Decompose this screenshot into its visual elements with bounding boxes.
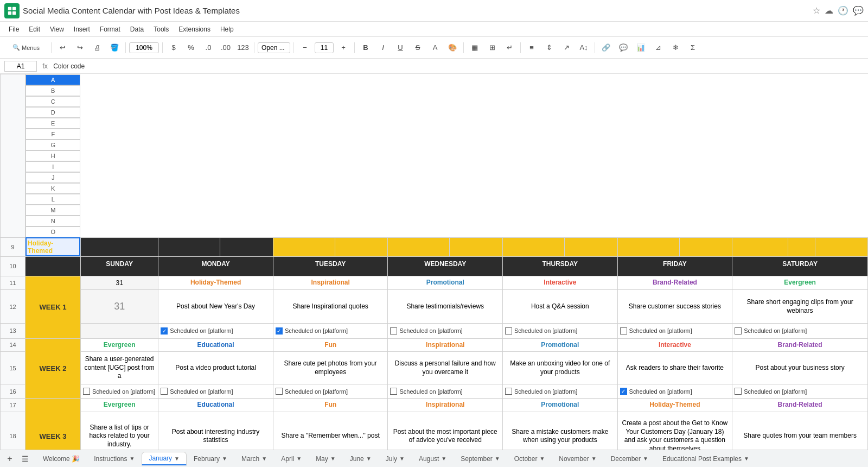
week1-tue-content[interactable]: Share Inspirational quotes: [273, 290, 388, 324]
week3-sat-cat[interactable]: Brand-Related: [732, 399, 868, 412]
cell-L9[interactable]: [679, 237, 732, 256]
week3-thu-content[interactable]: Share a mistake customers make when usin…: [503, 412, 618, 450]
week1-wed-cb[interactable]: [390, 327, 397, 335]
menu-help[interactable]: Help: [216, 24, 238, 34]
week1-thu-sched[interactable]: Scheduled on [platform]: [503, 324, 618, 338]
week2-wed-content[interactable]: Discuss a personal failure and how you o…: [388, 352, 503, 384]
cell-N9[interactable]: [788, 237, 815, 256]
week2-tue-cb[interactable]: [276, 388, 283, 395]
search-menus-btn[interactable]: 🔍 Menus: [4, 41, 48, 55]
week2-mon-sched[interactable]: Scheduled on [platform]: [158, 384, 273, 399]
tab-may[interactable]: May ▼: [309, 452, 343, 465]
print-btn[interactable]: 🖨: [90, 41, 105, 55]
week2-fri-content[interactable]: Ask readers to share their favorite: [617, 352, 732, 384]
sheet-menu-btn[interactable]: ☰: [18, 452, 31, 465]
week3-wed-content[interactable]: Post about the most important piece of a…: [388, 412, 503, 450]
tab-controls[interactable]: + ☰: [3, 452, 31, 465]
star-icon[interactable]: ☆: [813, 5, 820, 16]
align-btn[interactable]: ≡: [524, 41, 539, 55]
week1-tue-sched[interactable]: ✓ Scheduled on [platform]: [273, 324, 388, 338]
valign-btn[interactable]: ⇕: [541, 41, 557, 55]
tab-educational-post-examples[interactable]: Educational Post Examples ▼: [655, 452, 756, 465]
filter-btn[interactable]: ⊿: [650, 41, 666, 55]
week1-sun-day[interactable]: 31: [80, 290, 158, 324]
undo-btn[interactable]: ↩: [55, 41, 70, 55]
week1-wed-sched[interactable]: Scheduled on [platform]: [388, 324, 503, 338]
week3-mon-content[interactable]: Post about interesting industry statisti…: [158, 412, 273, 450]
currency-btn[interactable]: $: [166, 41, 181, 55]
menu-view[interactable]: View: [46, 24, 68, 34]
week1-fri-sched[interactable]: Scheduled on [platform]: [617, 324, 732, 338]
history-icon[interactable]: 🕐: [838, 5, 848, 16]
grid[interactable]: A B C D E F G H I J K L M N O: [0, 74, 868, 450]
week2-mon-content[interactable]: Post a video product tutorial: [158, 352, 273, 384]
link-btn[interactable]: 🔗: [598, 41, 614, 55]
week2-sun-cb[interactable]: [83, 388, 90, 395]
week1-sun-num[interactable]: 31: [80, 276, 158, 290]
cell-I9[interactable]: [503, 237, 565, 256]
percent-btn[interactable]: %: [183, 41, 199, 55]
text-color-btn[interactable]: A: [427, 41, 443, 55]
week2-thu-sched[interactable]: Scheduled on [platform]: [503, 384, 618, 399]
cell-E9[interactable]: [273, 237, 335, 256]
week1-sat-content[interactable]: Share short engaging clips from your web…: [732, 290, 868, 324]
week2-tue-sched[interactable]: Scheduled on [platform]: [273, 384, 388, 399]
decimal-inc-btn[interactable]: .00: [218, 41, 233, 55]
col-header-N[interactable]: N: [25, 216, 80, 226]
italic-btn[interactable]: I: [375, 41, 391, 55]
col-header-B[interactable]: B: [25, 85, 80, 96]
week2-sun-sched[interactable]: Scheduled on [platform]: [80, 384, 158, 399]
sum-btn[interactable]: Σ: [685, 41, 700, 55]
redo-btn[interactable]: ↪: [72, 41, 87, 55]
freeze-btn[interactable]: ❄: [668, 41, 683, 55]
col-header-G[interactable]: G: [25, 140, 80, 150]
tab-instructions[interactable]: Instructions ▼: [87, 452, 142, 465]
col-header-H[interactable]: H: [25, 150, 80, 161]
rotate-btn[interactable]: ↗: [559, 41, 574, 55]
font-select[interactable]: Open ...: [258, 42, 290, 53]
col-header-I[interactable]: I: [25, 161, 80, 172]
week2-mon-cb[interactable]: [161, 388, 168, 395]
week1-thu-cat[interactable]: Interactive: [503, 276, 618, 290]
strikethrough-btn[interactable]: S: [410, 41, 425, 55]
tab-august[interactable]: August ▼: [412, 452, 454, 465]
week2-thu-cat[interactable]: Promotional: [503, 338, 618, 352]
borders-btn[interactable]: ▦: [467, 41, 482, 55]
col-header-E[interactable]: E: [25, 118, 80, 129]
col-header-D[interactable]: D: [25, 107, 80, 118]
menu-file[interactable]: File: [4, 24, 23, 34]
week2-sat-cat[interactable]: Brand-Related: [732, 338, 868, 352]
comments-icon[interactable]: 💬: [853, 5, 864, 16]
tab-july[interactable]: July ▼: [379, 452, 412, 465]
cell-reference[interactable]: [4, 61, 37, 72]
menu-edit[interactable]: Edit: [24, 24, 44, 34]
cell-K9[interactable]: [617, 237, 679, 256]
col-header-K[interactable]: K: [25, 183, 80, 194]
menu-tools[interactable]: Tools: [149, 24, 173, 34]
menu-extensions[interactable]: Extensions: [174, 24, 215, 34]
cell-J9[interactable]: [564, 237, 617, 256]
week3-fri-cat[interactable]: Holiday-Themed: [617, 399, 732, 412]
cloud-icon[interactable]: ☁: [825, 5, 833, 16]
week1-tue-cat[interactable]: Inspirational: [273, 276, 388, 290]
week1-thu-cb[interactable]: [505, 327, 512, 335]
col-header-O[interactable]: O: [25, 226, 80, 237]
week3-sun-content[interactable]: Share a list of tips or hacks related to…: [80, 412, 158, 450]
cell-G9[interactable]: [388, 237, 450, 256]
tab-january[interactable]: January ▼: [142, 452, 187, 465]
menu-data[interactable]: Data: [126, 24, 148, 34]
week3-sun-cat[interactable]: Evergreen: [80, 399, 158, 412]
week2-fri-cat[interactable]: Interactive: [617, 338, 732, 352]
week2-sun-cat[interactable]: Evergreen: [80, 338, 158, 352]
paint-format-btn[interactable]: 🪣: [107, 41, 122, 55]
menu-format[interactable]: Format: [95, 24, 125, 34]
title-action-icons[interactable]: ☆ ☁ 🕐 💬: [813, 5, 864, 16]
week2-sat-content[interactable]: Post about your business story: [732, 352, 868, 384]
font-size-dec-btn[interactable]: −: [297, 41, 312, 55]
week1-fri-cat[interactable]: Brand-Related: [617, 276, 732, 290]
week3-mon-cat[interactable]: Educational: [158, 399, 273, 412]
cell-B9[interactable]: [80, 237, 158, 256]
tab-february[interactable]: February ▼: [187, 452, 234, 465]
week2-wed-sched[interactable]: Scheduled on [platform]: [388, 384, 503, 399]
tab-october[interactable]: October ▼: [507, 452, 552, 465]
